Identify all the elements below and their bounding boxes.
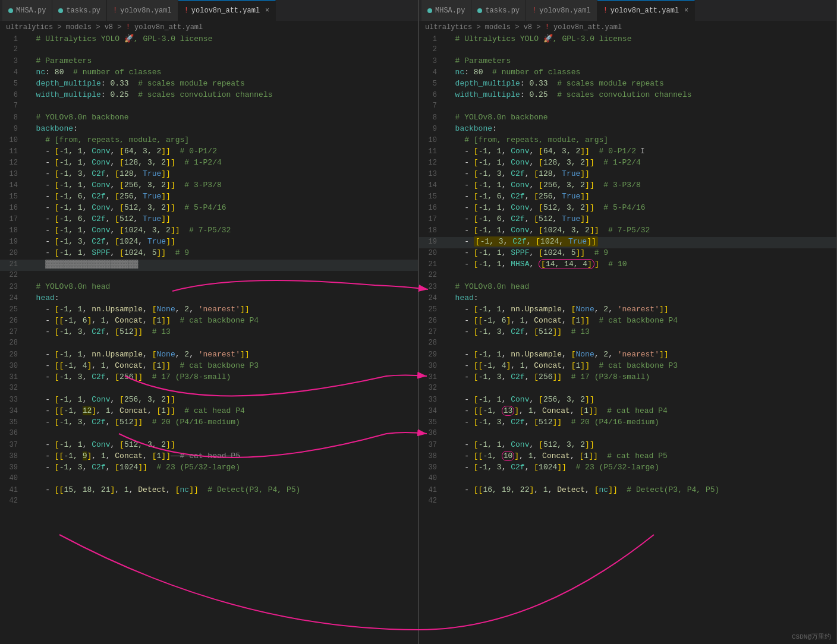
- line-37: 37 - [-1, 1, Conv, [512, 3, 2]]: [0, 440, 418, 452]
- r-line-4: 4 nc: 80 # number of classes: [419, 68, 836, 79]
- tab-label: yolov8n_att.yaml: [611, 7, 679, 15]
- r-line-19: 19 - [-1, 3, C2f, [1024, True]]: [419, 237, 836, 248]
- line-36: 36: [0, 429, 418, 440]
- tab-mhsa-right[interactable]: MHSA.py: [421, 0, 471, 21]
- line-10: 10 # [from, repeats, module, args]: [0, 135, 418, 147]
- line-33: 33 - [-1, 1, Conv, [256, 3, 2]]: [0, 395, 418, 406]
- line-6: 6 width_multiple: 0.25 # scales convolut…: [0, 90, 418, 102]
- line-28: 28: [0, 339, 418, 350]
- tab-yolov8n-left[interactable]: ! yolov8n.yaml: [107, 0, 178, 21]
- line-20: 20 - [-1, 1, SPPF, [1024, 5]] # 9: [0, 248, 418, 260]
- r-line-21: 21 - [-1, 1, MHSA, [14, 14, 4]] # 10: [419, 260, 836, 271]
- r-line-23: 23 # YOLOv8.0n head: [419, 282, 836, 293]
- line-1: 1 # Ultralytics YOLO 🚀, GPL-3.0 license: [0, 34, 418, 45]
- r-line-31: 31 - [-1, 3, C2f, [256]] # 17 (P3/8-smal…: [419, 372, 836, 384]
- line-2: 2: [0, 45, 418, 56]
- r-line-18: 18 - [-1, 1, Conv, [1024, 3, 2]] # 7-P5/…: [419, 226, 836, 237]
- tab-exclaim3: !: [532, 7, 536, 15]
- line-14: 14 - [-1, 1, Conv, [256, 3, 2]] # 3-P3/8: [0, 181, 418, 192]
- r-line-14: 14 - [-1, 1, Conv, [256, 3, 2]] # 3-P3/8: [419, 181, 836, 192]
- tab-label: MHSA.py: [16, 7, 46, 15]
- r-line-34: 34 - [[-1, 13], 1, Concat, [1]] # cat he…: [419, 406, 836, 418]
- r-line-42: 42: [419, 497, 836, 508]
- line-24: 24 head:: [0, 293, 418, 305]
- line-32: 32: [0, 384, 418, 395]
- r-line-38: 38 - [[-1, 10], 1, Concat, [1]] # cat he…: [419, 452, 836, 463]
- line-21: 21 ▓▓▓▓▓▓▓▓▓▓▓▓▓▓▓▓▓▓▓▓: [0, 260, 418, 271]
- r-line-37: 37 - [-1, 1, Conv, [512, 3, 2]]: [419, 440, 836, 452]
- r-line-2: 2: [419, 45, 836, 56]
- tab-tasks-left[interactable]: tasks.py: [52, 0, 107, 21]
- line-23: 23 # YOLOv8.0n head: [0, 282, 418, 293]
- line-35: 35 - [-1, 3, C2f, [512]] # 20 (P4/16-med…: [0, 418, 418, 429]
- line-15: 15 - [-1, 6, C2f, [256, True]]: [0, 192, 418, 203]
- r-line-40: 40: [419, 474, 836, 485]
- r-line-6: 6 width_multiple: 0.25 # scales convolut…: [419, 90, 836, 102]
- r-line-20: 20 - [-1, 1, SPPF, [1024, 5]] # 9: [419, 248, 836, 260]
- line-19: 19 - [-1, 3, C2f, [1024, True]]: [0, 237, 418, 248]
- line-40: 40: [0, 474, 418, 485]
- r-line-29: 29 - [-1, 1, nn.Upsample, [None, 2, 'nea…: [419, 350, 836, 361]
- tab-close-right[interactable]: ×: [684, 7, 688, 15]
- tab-label: yolov8n.yaml: [539, 7, 590, 15]
- line-39: 39 - [-1, 3, C2f, [1024]] # 23 (P5/32-la…: [0, 463, 418, 474]
- tab-label: yolov8n.yaml: [120, 7, 171, 15]
- left-tab-bar: MHSA.py tasks.py ! yolov8n.yaml ! yolov8…: [0, 0, 418, 21]
- left-panel: MHSA.py tasks.py ! yolov8n.yaml ! yolov8…: [0, 0, 418, 644]
- r-line-16: 16 - [-1, 1, Conv, [512, 3, 2]] # 5-P4/1…: [419, 203, 836, 214]
- line-3: 3 # Parameters: [0, 56, 418, 68]
- tab-yolov8n-att-right[interactable]: ! yolov8n_att.yaml ×: [597, 0, 696, 21]
- r-line-1: 1 # Ultralytics YOLO 🚀, GPL-3.0 license: [419, 34, 836, 45]
- r-line-27: 27 - [-1, 3, C2f, [512]] # 13: [419, 327, 836, 339]
- line-25: 25 - [-1, 1, nn.Upsample, [None, 2, 'nea…: [0, 305, 418, 316]
- tab-dot-blue3: [427, 8, 432, 13]
- r-line-8: 8 # YOLOv8.0n backbone: [419, 113, 836, 124]
- r-line-13: 13 - [-1, 3, C2f, [128, True]]: [419, 169, 836, 181]
- r-line-28: 28: [419, 339, 836, 350]
- r-line-26: 26 - [[-1, 6], 1, Concat, [1]] # cat bac…: [419, 316, 836, 327]
- r-line-35: 35 - [-1, 3, C2f, [512]] # 20 (P4/16-med…: [419, 418, 836, 429]
- right-tab-bar: MHSA.py tasks.py ! yolov8n.yaml ! yolov8…: [419, 0, 836, 21]
- line-30: 30 - [[-1, 4], 1, Concat, [1]] # cat bac…: [0, 361, 418, 372]
- r-line-15: 15 - [-1, 6, C2f, [256, True]]: [419, 192, 836, 203]
- line-7: 7: [0, 102, 418, 113]
- line-5: 5 depth_multiple: 0.33 # scales module r…: [0, 79, 418, 90]
- r-line-41: 41 - [[16, 19, 22], 1, Detect, [nc]] # D…: [419, 485, 836, 497]
- r-line-5: 5 depth_multiple: 0.33 # scales module r…: [419, 79, 836, 90]
- line-13: 13 - [-1, 3, C2f, [128, True]]: [0, 169, 418, 181]
- line-31: 31 - [-1, 3, C2f, [256]] # 17 (P3/8-smal…: [0, 372, 418, 384]
- line-17: 17 - [-1, 6, C2f, [512, True]]: [0, 214, 418, 226]
- tab-close-left[interactable]: ×: [265, 7, 269, 15]
- tab-label: MHSA.py: [435, 7, 465, 15]
- left-breadcrumb: ultralytics > models > v8 > ! yolov8n_at…: [0, 21, 418, 34]
- watermark: CSDN@万里约: [792, 632, 831, 641]
- r-line-36: 36: [419, 429, 836, 440]
- tab-yolov8n-right[interactable]: ! yolov8n.yaml: [526, 0, 597, 21]
- left-code-area[interactable]: 1 # Ultralytics YOLO 🚀, GPL-3.0 license …: [0, 34, 418, 644]
- left-code-lines: 1 # Ultralytics YOLO 🚀, GPL-3.0 license …: [0, 34, 418, 508]
- r-line-11: 11 - [-1, 1, Conv, [64, 3, 2]] # 0-P1/2 …: [419, 147, 836, 158]
- tab-mhsa-left[interactable]: MHSA.py: [2, 0, 52, 21]
- r-line-22: 22: [419, 271, 836, 282]
- r-line-24: 24 head:: [419, 293, 836, 305]
- main-container: MHSA.py tasks.py ! yolov8n.yaml ! yolov8…: [0, 0, 837, 644]
- tab-yolov8n-att-left[interactable]: ! yolov8n_att.yaml ×: [178, 0, 276, 21]
- tab-exclaim: !: [113, 7, 117, 15]
- r-line-39: 39 - [-1, 3, C2f, [1024]] # 23 (P5/32-la…: [419, 463, 836, 474]
- r-line-12: 12 - [-1, 1, Conv, [128, 3, 2]] # 1-P2/4: [419, 158, 836, 169]
- right-code-area[interactable]: 1 # Ultralytics YOLO 🚀, GPL-3.0 license …: [419, 34, 836, 644]
- tab-label: yolov8n_att.yaml: [191, 7, 260, 15]
- line-16: 16 - [-1, 1, Conv, [512, 3, 2]] # 5-P4/1…: [0, 203, 418, 214]
- tab-dot-blue2: [58, 8, 63, 13]
- tab-tasks-right[interactable]: tasks.py: [471, 0, 526, 21]
- r-line-10: 10 # [from, repeats, module, args]: [419, 135, 836, 147]
- line-38: 38 - [[-1, 9], 1, Concat, [1]] # cat hea…: [0, 452, 418, 463]
- line-11: 11 - [-1, 1, Conv, [64, 3, 2]] # 0-P1/2: [0, 147, 418, 158]
- right-breadcrumb: ultralytics > models > v8 > ! yolov8n_at…: [419, 21, 836, 34]
- line-41: 41 - [[15, 18, 21], 1, Detect, [nc]] # D…: [0, 485, 418, 497]
- tab-dot-blue4: [477, 8, 482, 13]
- r-line-3: 3 # Parameters: [419, 56, 836, 68]
- tab-label: tasks.py: [66, 7, 100, 15]
- tab-exclaim4: !: [603, 7, 608, 15]
- tab-exclaim2: !: [184, 7, 188, 15]
